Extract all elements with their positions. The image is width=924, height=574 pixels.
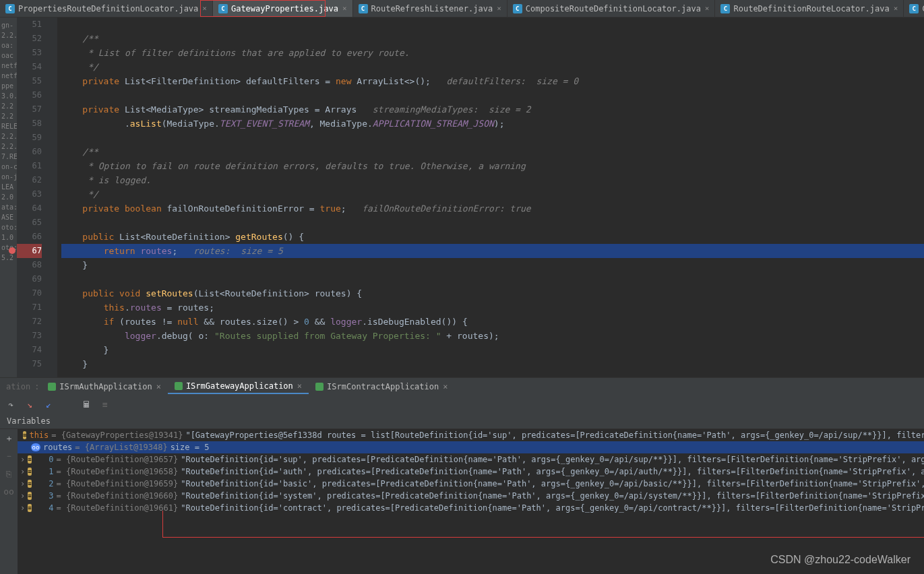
debug-tab-label: ISrmAuthApplication [59,382,152,391]
var-type: = {RouteDefinition@19660} [57,491,179,501]
expand-icon[interactable]: › [20,503,25,513]
project-strip-item[interactable]: ppe [0,81,17,91]
file-tab[interactable]: CCompositeRouteDefinitionLocator.java× [507,0,716,17]
project-strip-item[interactable]: RELE [0,121,17,131]
var-name: routes [43,443,72,452]
var-name: 0 [34,455,54,464]
project-strip-item[interactable]: 2.0 [0,192,17,202]
remove-watch-icon[interactable]: － [2,449,16,463]
add-watch-icon[interactable]: ＋ [2,432,16,445]
editor-tabs: CPropertiesRouteDefinitionLocator.java×C… [0,0,924,18]
debug-side-toolbar: ＋ － ⎘ oo [0,429,18,574]
debug-config-tab[interactable]: ISrmGatewayApplication× [168,379,309,394]
expand-icon[interactable]: › [20,491,25,501]
var-type: = {RouteDefinition@19659} [57,479,179,488]
tab-label: CompositeRouteDefinitionLocator.java [526,4,701,13]
project-strip-item[interactable]: gn- [0,20,17,30]
variable-row[interactable]: ›≡ 0 = {RouteDefinition@19657}"RouteDefi… [18,453,924,466]
project-strip-item[interactable]: 2.2 [0,101,17,111]
line-gutter[interactable]: 5152535455565758596061626364656667686970… [17,18,47,377]
infinity-icon[interactable]: oo [2,484,16,498]
debug-config-tab[interactable]: ISrmContractApplication× [309,379,454,394]
project-strip-item[interactable]: 2.2.7 [0,141,17,152]
variable-row[interactable]: ›≡ 2 = {RouteDefinition@19659}"RouteDefi… [18,478,924,490]
close-icon[interactable]: × [894,4,898,13]
project-strip-item[interactable]: ata: [0,202,17,212]
tab-label: RouteDefinitionRouteLocator.java [733,4,889,13]
close-icon[interactable]: × [202,4,207,13]
calculator-icon[interactable]: 🖩 [80,397,93,411]
var-value: "RouteDefinition{id='auth', predicates=[… [181,467,924,476]
expand-icon[interactable]: › [20,479,25,488]
debug-config-tab[interactable]: ISrmAuthApplication× [41,379,168,394]
expand-icon[interactable]: › [20,467,25,476]
force-step-icon[interactable]: ↙ [42,397,55,411]
debug-run-tabs: ation : ISrmAuthApplication×ISrmGatewayA… [0,377,924,395]
spring-boot-icon [315,383,324,391]
list-icon[interactable]: ≡ [98,397,112,411]
file-tab[interactable]: CCompositeRouteLocator.ja× [904,0,924,17]
watermark: CSDN @zhou22-codeWalker [770,554,911,566]
java-file-icon: C [359,4,368,13]
project-strip-item[interactable]: 3.0.4 [0,91,17,101]
project-strip-item[interactable]: netf [0,61,17,71]
close-icon[interactable]: × [342,4,347,13]
var-value: "RouteDefinition{id='basic', predicates=… [181,479,924,488]
java-file-icon: C [909,4,919,13]
project-tool-strip[interactable]: gn-2.2.2oa:oacnetfnetfppe3.0.42.22.2RELE… [0,18,17,377]
var-value: size = 5 [171,443,210,452]
copy-icon[interactable]: ⎘ [2,467,16,480]
project-strip-item[interactable]: ASE [0,212,17,222]
step-over-icon[interactable]: ↷ [4,397,18,411]
project-strip-item[interactable]: 2.2.6 [0,131,17,141]
var-type-icon: ≡ [28,492,31,500]
close-icon[interactable]: × [497,4,501,13]
project-strip-item[interactable]: netf [0,71,17,81]
var-name: 3 [34,491,54,501]
step-into-icon[interactable]: ↘ [23,397,36,411]
variable-row[interactable]: ›≡ 4 = {RouteDefinition@19661}"RouteDefi… [18,502,924,514]
file-tab[interactable]: CRouteDefinitionRouteLocator.java× [715,0,904,17]
close-icon[interactable]: × [297,381,302,391]
code-editor[interactable]: /** * List of filter definitions that ar… [57,18,924,377]
java-file-icon: C [5,4,15,13]
java-file-icon: C [513,4,522,13]
variable-row[interactable]: ≡this = {GatewayProperties@19341}"[Gatew… [18,429,924,441]
close-icon[interactable]: × [443,382,448,391]
tab-label: GatewayProperties.java [231,4,338,13]
java-file-icon: C [218,4,228,13]
spring-boot-icon [48,383,56,391]
debug-bottom-panel: ＋ － ⎘ oo ≡this = {GatewayProperties@1934… [0,429,924,574]
project-strip-item[interactable]: oa: [0,40,17,51]
file-tab[interactable]: CRouteRefreshListener.java× [353,0,507,17]
project-strip-item[interactable]: 2.2.2 [0,30,17,40]
project-strip-item[interactable]: 5.2 [0,253,17,263]
variables-tree[interactable]: ≡this = {GatewayProperties@19341}"[Gatew… [18,429,924,574]
project-strip-item[interactable]: on-c [0,162,17,172]
fold-column[interactable] [47,18,57,377]
variable-row[interactable]: ooroutes = {ArrayList@19348} size = 5 [18,441,924,453]
project-strip-item[interactable]: oac [0,51,17,61]
project-strip-item[interactable]: 7.RE [0,152,17,162]
project-strip-item[interactable]: 2.2 [0,111,17,121]
project-strip-item[interactable]: on-j [0,172,17,182]
run-label: ation [4,382,32,391]
editor-area: gn-2.2.2oa:oacnetfnetfppe3.0.42.22.2RELE… [0,18,924,377]
var-name: 1 [34,467,54,476]
var-type: = {RouteDefinition@19661} [57,503,179,513]
spring-boot-icon [175,382,183,390]
close-icon[interactable]: × [705,4,710,13]
var-name: 2 [34,479,54,488]
file-tab[interactable]: CGatewayProperties.java× [213,0,353,17]
tab-label: PropertiesRouteDefinitionLocator.java [18,4,198,13]
variable-row[interactable]: ›≡ 1 = {RouteDefinition@19658}"RouteDefi… [18,466,924,478]
var-type: = {RouteDefinition@19658} [57,467,179,476]
project-strip-item[interactable]: 1.0 [0,232,17,243]
expand-icon[interactable]: › [20,455,25,464]
project-strip-item[interactable]: oto: [0,222,17,232]
file-tab[interactable]: CPropertiesRouteDefinitionLocator.java× [0,0,213,17]
java-file-icon: C [720,4,730,13]
project-strip-item[interactable]: LEA [0,182,17,192]
close-icon[interactable]: × [156,382,161,391]
variable-row[interactable]: ›≡ 3 = {RouteDefinition@19660}"RouteDefi… [18,490,924,502]
